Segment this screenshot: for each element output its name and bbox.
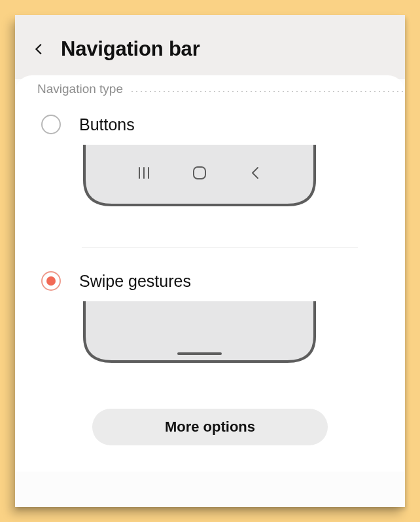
section-header: Navigation type [15,75,405,99]
option-label: Swipe gestures [79,272,191,291]
header: Navigation bar [15,15,405,79]
radio-buttons[interactable] [41,115,61,134]
chevron-left-icon [32,42,46,56]
back-button[interactable] [29,39,49,59]
more-options-button[interactable]: More options [92,409,328,445]
preview-swipe [82,301,317,365]
home-icon [190,163,209,183]
settings-panel: Navigation type Buttons [15,75,405,472]
recents-icon [134,163,154,183]
option-row: Buttons [41,115,358,134]
section-title: Navigation type [37,82,123,96]
settings-card: Navigation bar Navigation type Buttons [15,15,405,507]
section-divider-dots [130,91,405,92]
option-row: Swipe gestures [41,271,358,291]
nav-type-option-swipe[interactable]: Swipe gestures [15,255,405,372]
radio-swipe-gestures[interactable] [41,271,61,291]
preview-buttons [82,145,317,209]
svg-rect-3 [194,167,205,179]
back-icon [245,163,265,183]
gesture-pill-icon [177,352,222,355]
option-divider [82,247,358,248]
phone-bottom-outline-icon [82,301,317,365]
android-nav-buttons [82,145,317,209]
page-title: Navigation bar [61,37,200,61]
more-options-label: More options [165,419,255,436]
option-label: Buttons [79,115,135,134]
nav-type-option-buttons[interactable]: Buttons [15,99,405,215]
